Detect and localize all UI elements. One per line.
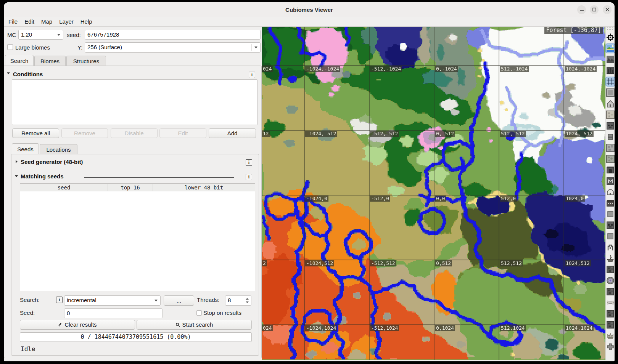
desktop-background: Cubiomes Viewer FileEditMapLayerHelp MC … bbox=[0, 0, 618, 364]
search-mode-label: Search: bbox=[20, 297, 40, 303]
mc-version-combo[interactable]: 1.20 bbox=[18, 30, 63, 40]
map-coordinate-label: -1024,512 bbox=[305, 260, 334, 266]
matching-seeds-table[interactable]: seedtop 16lower 48 bit bbox=[20, 183, 255, 291]
window-title: Cubiomes Viewer bbox=[4, 2, 615, 17]
slime-chunks-icon[interactable] bbox=[606, 88, 615, 97]
buried-treasure-icon[interactable] bbox=[606, 265, 615, 274]
ruined-portal-icon[interactable] bbox=[606, 243, 615, 252]
menu-file[interactable]: File bbox=[5, 17, 21, 26]
threads-spinbox[interactable]: 8 bbox=[225, 295, 251, 306]
end-layer-icon[interactable] bbox=[606, 66, 615, 75]
show-grid-icon[interactable] bbox=[606, 77, 615, 86]
bastion-icon[interactable] bbox=[606, 177, 615, 185]
map-coordinate-label: 024 bbox=[262, 325, 273, 331]
amethyst-geode-icon[interactable] bbox=[606, 276, 615, 285]
tab-seeds[interactable]: Seeds bbox=[12, 143, 39, 154]
swamp-hut-icon[interactable] bbox=[606, 155, 615, 163]
close-icon bbox=[605, 7, 610, 12]
search-icon bbox=[175, 322, 180, 327]
mineshaft-icon[interactable] bbox=[606, 133, 615, 141]
seed-input[interactable]: 6767571928 bbox=[85, 30, 261, 40]
map-coordinate-label: 0,-512 bbox=[435, 131, 455, 137]
remove-button[interactable]: Remove bbox=[61, 128, 108, 138]
ancient-city-icon[interactable] bbox=[606, 287, 615, 296]
trail-ruins-icon[interactable] bbox=[606, 309, 615, 318]
stop-on-results-checkbox[interactable] bbox=[196, 310, 202, 316]
add-button[interactable]: Add bbox=[209, 128, 256, 138]
map-coordinate-label: 12 bbox=[262, 131, 270, 137]
edit-button[interactable]: Edit bbox=[159, 128, 206, 138]
close-button[interactable] bbox=[603, 5, 612, 14]
terrain-layer-icon[interactable] bbox=[606, 55, 615, 64]
collapse-arrow-icon[interactable] bbox=[15, 175, 18, 177]
start-seed-input[interactable]: 0 bbox=[64, 308, 163, 318]
ocean-monument-icon[interactable] bbox=[606, 221, 615, 229]
seed-generator-title: Seed generator (48-bit) bbox=[21, 159, 83, 165]
map-coordinate-label: 1024,-1024 bbox=[565, 66, 597, 72]
woodland-mansion-icon[interactable] bbox=[606, 199, 615, 207]
clear-results-button[interactable]: Clear results bbox=[20, 320, 135, 330]
ocean-ruins-icon[interactable] bbox=[606, 232, 615, 241]
y-level-combo[interactable]: 256 (Surface) bbox=[85, 42, 261, 53]
map-coordinate-label: 512,-1024 bbox=[500, 66, 529, 72]
grid-line-vertical bbox=[369, 27, 370, 360]
spinbox-arrows[interactable] bbox=[246, 298, 249, 303]
pillager-outpost-icon[interactable] bbox=[606, 122, 615, 130]
column-header-seed[interactable]: seed bbox=[20, 184, 108, 191]
toolbar-drag-handle[interactable] bbox=[607, 27, 613, 30]
conditions-list[interactable] bbox=[12, 79, 258, 125]
shipwreck-icon[interactable] bbox=[606, 254, 615, 263]
fossil-icon[interactable] bbox=[606, 298, 615, 307]
tab-search[interactable]: Search bbox=[5, 55, 34, 66]
village-icon[interactable] bbox=[606, 99, 615, 108]
matching-seeds-info-button[interactable]: i bbox=[246, 174, 252, 180]
jungle-temple-icon[interactable] bbox=[606, 144, 615, 152]
search-progress-bar: 0 / 18446744073709551615 (0.00%) bbox=[20, 332, 252, 342]
maximize-button[interactable] bbox=[590, 5, 599, 14]
desert-well-icon[interactable] bbox=[606, 321, 615, 329]
map-view[interactable]: 024-1024,-1024-512,-10240,-1024512,-1024… bbox=[262, 27, 605, 360]
remove-all-button[interactable]: Remove all bbox=[12, 128, 59, 138]
seed-generator-info-button[interactable]: i bbox=[246, 159, 252, 166]
minimize-button[interactable] bbox=[577, 5, 586, 14]
matching-seeds-title: Matching seeds bbox=[21, 173, 64, 180]
tab-biomes[interactable]: Biomes bbox=[34, 56, 66, 66]
menu-help[interactable]: Help bbox=[77, 17, 96, 26]
start-search-button[interactable]: Start search bbox=[137, 320, 252, 330]
conditions-title: Conditions bbox=[13, 71, 43, 77]
title-bar[interactable]: Cubiomes Viewer bbox=[4, 2, 615, 17]
menu-edit[interactable]: Edit bbox=[21, 17, 38, 26]
collapse-arrow-icon[interactable] bbox=[16, 160, 18, 163]
map-coordinate-label: 0,-1024 bbox=[435, 66, 458, 72]
disable-button[interactable]: Disable bbox=[111, 128, 158, 138]
column-header-top-16[interactable]: top 16 bbox=[108, 184, 153, 191]
trial-chambers-icon[interactable] bbox=[606, 343, 615, 351]
map-coordinate-label: 1024,512 bbox=[565, 260, 591, 266]
search-mode-combo[interactable]: incremental bbox=[64, 295, 161, 306]
collapse-arrow-icon[interactable] bbox=[7, 72, 10, 74]
menu-bar: FileEditMapLayerHelp bbox=[4, 17, 615, 27]
large-biomes-checkbox[interactable] bbox=[7, 44, 13, 50]
slime-icon[interactable] bbox=[606, 210, 615, 218]
end-city-icon[interactable] bbox=[606, 332, 615, 340]
seed-generator-divider bbox=[111, 163, 234, 163]
search-info-button[interactable]: i bbox=[56, 297, 63, 303]
map-coordinate-label: -512,1024 bbox=[370, 325, 399, 331]
column-header-lower-48-bit[interactable]: lower 48 bit bbox=[153, 184, 255, 191]
show-spawn-icon[interactable] bbox=[606, 33, 615, 42]
map-coordinate-label: -1024,1024 bbox=[305, 325, 337, 331]
biome-layer-icon[interactable] bbox=[606, 44, 615, 53]
chevron-down-icon bbox=[254, 47, 258, 48]
igloo-icon[interactable] bbox=[606, 188, 615, 196]
nether-fortress-icon[interactable] bbox=[606, 166, 615, 174]
menu-layer[interactable]: Layer bbox=[56, 17, 77, 26]
desert-pyramid-icon[interactable] bbox=[606, 111, 615, 119]
more-options-button[interactable]: ... bbox=[164, 295, 194, 306]
conditions-info-button[interactable]: i bbox=[249, 72, 255, 78]
tab-structures[interactable]: Structures bbox=[66, 56, 106, 66]
menu-map[interactable]: Map bbox=[38, 17, 56, 26]
maximize-icon bbox=[592, 7, 597, 12]
start-seed-label: Seed: bbox=[20, 309, 35, 316]
tab-locations[interactable]: Locations bbox=[40, 144, 77, 154]
large-biomes-label: Large biomes bbox=[15, 44, 50, 51]
